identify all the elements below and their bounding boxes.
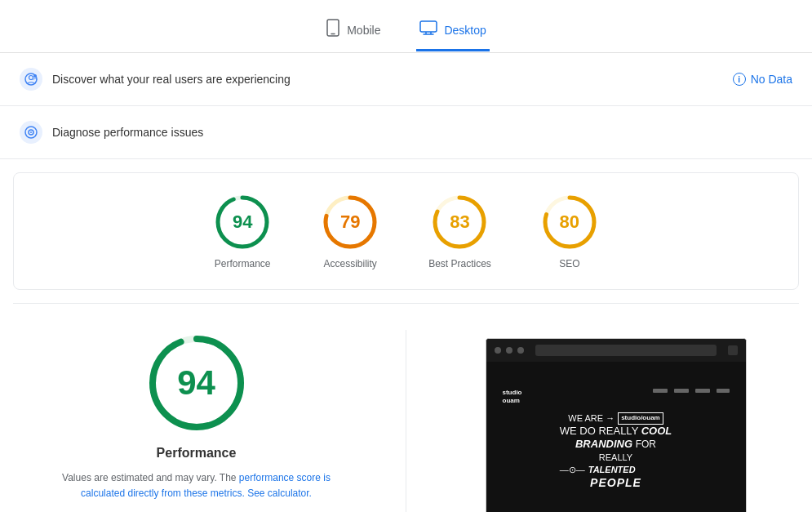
score-card-performance[interactable]: 94 Performance <box>213 193 272 269</box>
sc-logo-badge: studio/ouam <box>618 412 663 424</box>
info-icon: i <box>733 73 746 86</box>
no-data-link[interactable]: i No Data <box>733 73 792 86</box>
tab-mobile[interactable]: Mobile <box>322 11 384 53</box>
performance-right: studioouam WE ARE → studio/ouam WE DO R <box>406 330 792 512</box>
accessibility-circle: 79 <box>321 193 379 252</box>
nav-dot-1 <box>495 347 501 354</box>
score-cards-wrapper: 94 Performance 79 Accessibility <box>13 172 799 290</box>
score-card-accessibility[interactable]: 79 Accessibility <box>321 193 379 269</box>
sc-line5: —⊙— TALENTED <box>560 464 672 475</box>
screenshot-main-text: WE ARE → studio/ouam WE DO REALLY COOL B… <box>560 412 672 490</box>
perf-note-text: Values are estimated and may vary. The <box>62 472 239 483</box>
mobile-icon <box>326 19 340 41</box>
sc-eye: —⊙— <box>560 464 585 475</box>
performance-detail-title: Performance <box>157 446 237 461</box>
best-practices-circle: 83 <box>430 193 489 252</box>
svg-point-7 <box>29 76 33 80</box>
tab-desktop-label: Desktop <box>444 24 486 37</box>
nav-menu-icon <box>728 345 738 355</box>
svg-point-11 <box>30 131 32 133</box>
tab-bar: Mobile Desktop <box>0 0 812 53</box>
screenshot-nav-links <box>653 389 730 404</box>
sc-for: FOR <box>636 439 656 450</box>
nav-link-4 <box>717 389 730 393</box>
sc-line3: BRANDING FOR <box>560 438 672 452</box>
sc-line2: WE DO REALLY COOL <box>560 425 672 439</box>
best-practices-label: Best Practices <box>428 258 491 269</box>
seo-label: SEO <box>559 258 579 269</box>
performance-score: 94 <box>233 211 252 233</box>
score-cards: 94 Performance 79 Accessibility <box>33 193 779 269</box>
performance-note: Values are estimated and may vary. The p… <box>58 470 335 501</box>
diagnose-section: Diagnose performance issues <box>0 106 812 159</box>
performance-label: Performance <box>215 258 271 269</box>
score-card-best-practices[interactable]: 83 Best Practices <box>428 193 491 269</box>
nav-link-2 <box>674 389 689 393</box>
screenshot-header: studioouam <box>499 389 733 412</box>
performance-left: 94 Performance Values are estimated and … <box>20 330 406 512</box>
sc-line4: REALLY <box>560 452 672 463</box>
seo-score: 80 <box>560 211 579 233</box>
best-practices-score: 83 <box>450 211 469 233</box>
real-users-icon <box>20 68 42 91</box>
nav-dot-3 <box>517 347 524 354</box>
screenshot-logo: studioouam <box>503 389 522 404</box>
seo-circle: 80 <box>540 193 599 252</box>
nav-link-3 <box>695 389 710 393</box>
sc-line1: WE ARE → studio/ouam <box>560 412 672 424</box>
desktop-icon <box>419 20 437 39</box>
perf-link-calc[interactable]: See calculator. <box>247 488 312 499</box>
real-users-text: Discover what your real users are experi… <box>52 73 291 86</box>
diagnose-title: Diagnose performance issues <box>52 126 203 139</box>
accessibility-score: 79 <box>340 211 360 233</box>
screenshot-frame: studioouam WE ARE → studio/ouam WE DO R <box>486 338 747 512</box>
screenshot-content: studioouam WE ARE → studio/ouam WE DO R <box>486 362 746 512</box>
performance-circle: 94 <box>213 193 272 252</box>
svg-rect-2 <box>420 21 437 32</box>
diagnose-icon <box>20 121 42 144</box>
nav-url-bar <box>535 345 717 356</box>
no-data-label: No Data <box>751 73 792 86</box>
real-users-section: Discover what your real users are experi… <box>0 53 812 106</box>
score-card-seo[interactable]: 80 SEO <box>540 193 599 269</box>
nav-link-1 <box>653 389 668 393</box>
sc-cool: COOL <box>641 425 672 437</box>
sc-talented: TALENTED <box>588 464 636 475</box>
real-users-left: Discover what your real users are experi… <box>20 68 291 91</box>
svg-point-8 <box>33 74 37 78</box>
tab-desktop[interactable]: Desktop <box>416 12 489 51</box>
accessibility-label: Accessibility <box>323 258 376 269</box>
performance-big-score: 94 <box>177 363 215 403</box>
screenshot-nav-bar <box>486 339 746 362</box>
performance-big-circle: 94 <box>144 330 250 436</box>
sc-line1-text: WE ARE → <box>568 412 615 424</box>
tab-mobile-label: Mobile <box>347 24 380 37</box>
sc-line6: PEOPLE <box>560 475 672 490</box>
nav-dot-2 <box>506 347 512 354</box>
performance-detail: 94 Performance Values are estimated and … <box>0 304 812 512</box>
